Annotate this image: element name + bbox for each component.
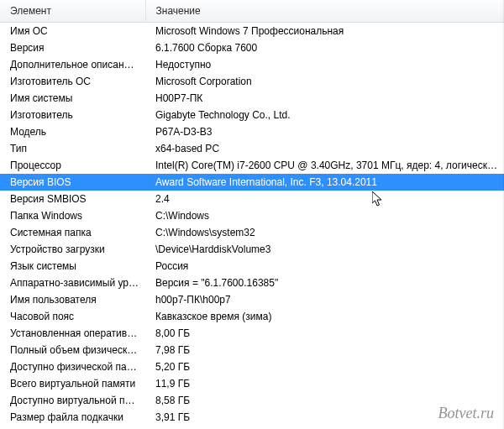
system-info-table[interactable]: Элемент Значение Имя ОСMicrosoft Windows… xyxy=(0,0,504,429)
row-key: Версия BIOS xyxy=(0,174,145,191)
row-value: Кавказское время (зима) xyxy=(145,308,504,325)
table-row[interactable]: Дополнительное описание ОСНедоступно xyxy=(0,56,504,73)
row-value: x64-based PC xyxy=(145,140,504,157)
row-key: Изготовитель xyxy=(0,107,145,123)
row-key: Полный объем физической памяти xyxy=(0,342,145,358)
row-key: Часовой пояс xyxy=(0,308,145,325)
row-key: Тип xyxy=(0,140,145,157)
row-value: Версия = "6.1.7600.16385" xyxy=(145,275,504,291)
row-value: Россия xyxy=(145,258,504,275)
row-value: 8,00 ГБ xyxy=(145,325,504,342)
table-row[interactable]: Устройство загрузки\Device\HarddiskVolum… xyxy=(0,241,504,258)
row-key: Папка Windows xyxy=(0,207,145,224)
row-key: Версия SMBIOS xyxy=(0,191,145,207)
row-value: Недоступно xyxy=(145,56,504,73)
row-key: Версия xyxy=(0,39,145,56)
row-value: H00P7-ПК xyxy=(145,90,504,107)
row-value: 11,9 ГБ xyxy=(145,375,504,392)
table-row[interactable]: Типx64-based PC xyxy=(0,140,504,157)
row-value: Microsoft Corporation xyxy=(145,73,504,90)
row-key: Имя пользователя xyxy=(0,291,145,308)
row-value: 5,20 ГБ xyxy=(145,358,504,375)
row-value: 3,91 ГБ xyxy=(145,409,504,426)
row-key: Устройство загрузки xyxy=(0,241,145,258)
row-key: Доступно виртуальной памяти xyxy=(0,392,145,409)
row-key: Системная папка xyxy=(0,224,145,241)
row-key: Установленная оперативная память (RAM) xyxy=(0,325,145,342)
table-row[interactable]: Размер файла подкачки3,91 ГБ xyxy=(0,409,504,426)
table-row[interactable]: Имя системыH00P7-ПК xyxy=(0,90,504,107)
row-value: 6.1.7600 Сборка 7600 xyxy=(145,39,504,56)
table-row[interactable]: МодельP67A-D3-B3 xyxy=(0,123,504,140)
row-key: Процессор xyxy=(0,157,145,174)
table-row[interactable]: Имя ОСMicrosoft Windows 7 Профессиональн… xyxy=(0,23,504,40)
row-value: \Device\HarddiskVolume3 xyxy=(145,241,504,258)
table-row[interactable]: Файл подкачкиC:\pagefile.sys xyxy=(0,426,504,429)
row-value: C:\pagefile.sys xyxy=(145,426,504,429)
table-row[interactable]: Всего виртуальной памяти11,9 ГБ xyxy=(0,375,504,392)
table-row[interactable]: Версия SMBIOS2.4 xyxy=(0,191,504,207)
table-row[interactable]: Системная папкаC:\Windows\system32 xyxy=(0,224,504,241)
table-row[interactable]: Установленная оперативная память (RAM)8,… xyxy=(0,325,504,342)
table-row[interactable]: Аппаратно-зависимый уровень (HAL)Версия … xyxy=(0,275,504,291)
table-row[interactable]: Изготовитель ОСMicrosoft Corporation xyxy=(0,73,504,90)
row-value: P67A-D3-B3 xyxy=(145,123,504,140)
column-header-value[interactable]: Значение xyxy=(145,0,504,23)
table-row[interactable]: Имя пользователяh00p7-ПК\h00p7 xyxy=(0,291,504,308)
row-value: Microsoft Windows 7 Профессиональная xyxy=(145,23,504,40)
table-row[interactable]: Папка WindowsC:\Windows xyxy=(0,207,504,224)
table-row[interactable]: Доступно виртуальной памяти8,58 ГБ xyxy=(0,392,504,409)
row-key: Дополнительное описание ОС xyxy=(0,56,145,73)
table-row[interactable]: Версия BIOSAward Software International,… xyxy=(0,174,504,191)
row-value: Intel(R) Core(TM) i7-2600 CPU @ 3.40GHz,… xyxy=(145,157,504,174)
table-header-row: Элемент Значение xyxy=(0,0,504,23)
table-row[interactable]: ИзготовительGigabyte Technology Co., Ltd… xyxy=(0,107,504,123)
row-value: Award Software International, Inc. F3, 1… xyxy=(145,174,504,191)
row-value: Gigabyte Technology Co., Ltd. xyxy=(145,107,504,123)
row-key: Модель xyxy=(0,123,145,140)
row-key: Аппаратно-зависимый уровень (HAL) xyxy=(0,275,145,291)
row-value: h00p7-ПК\h00p7 xyxy=(145,291,504,308)
row-value: C:\Windows\system32 xyxy=(145,224,504,241)
row-value: 8,58 ГБ xyxy=(145,392,504,409)
table-row[interactable]: Доступно физической памяти5,20 ГБ xyxy=(0,358,504,375)
row-key: Размер файла подкачки xyxy=(0,409,145,426)
table-row[interactable]: Язык системыРоссия xyxy=(0,258,504,275)
table-row[interactable]: Полный объем физической памяти7,98 ГБ xyxy=(0,342,504,358)
table-row[interactable]: Часовой поясКавказское время (зима) xyxy=(0,308,504,325)
row-key: Имя системы xyxy=(0,90,145,107)
row-value: C:\Windows xyxy=(145,207,504,224)
row-key: Язык системы xyxy=(0,258,145,275)
row-value: 7,98 ГБ xyxy=(145,342,504,358)
row-key: Файл подкачки xyxy=(0,426,145,429)
system-info-panel: Элемент Значение Имя ОСMicrosoft Windows… xyxy=(0,0,504,429)
column-header-element[interactable]: Элемент xyxy=(0,0,145,23)
row-key: Изготовитель ОС xyxy=(0,73,145,90)
row-key: Имя ОС xyxy=(0,23,145,40)
table-row[interactable]: ПроцессорIntel(R) Core(TM) i7-2600 CPU @… xyxy=(0,157,504,174)
table-row[interactable]: Версия6.1.7600 Сборка 7600 xyxy=(0,39,504,56)
row-key: Всего виртуальной памяти xyxy=(0,375,145,392)
row-value: 2.4 xyxy=(145,191,504,207)
row-key: Доступно физической памяти xyxy=(0,358,145,375)
